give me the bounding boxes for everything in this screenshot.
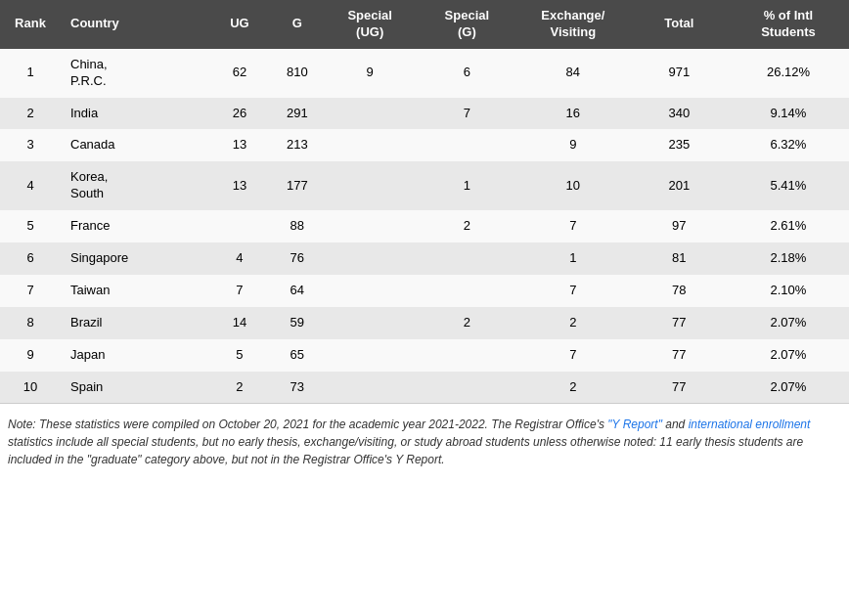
cell-g: 291: [273, 98, 322, 130]
cell-exchange: 1: [515, 242, 631, 275]
intl-enrollment-link[interactable]: international enrollment: [689, 418, 811, 431]
cell-rank: 6: [0, 242, 61, 275]
cell-pct: 26.12%: [728, 49, 849, 98]
cell-special_ug: 9: [322, 49, 419, 98]
table-row: 8Brazil145922772.07%: [0, 307, 849, 339]
cell-country: Singapore: [61, 242, 206, 275]
cell-g: 88: [273, 210, 322, 242]
cell-ug: 62: [206, 49, 273, 98]
cell-pct: 9.14%: [728, 98, 849, 130]
cell-pct: 2.10%: [728, 275, 849, 307]
cell-rank: 9: [0, 339, 61, 372]
table-row: 3Canada1321392356.32%: [0, 129, 849, 161]
cell-g: 177: [273, 161, 322, 210]
table-row: 4Korea,South131771102015.41%: [0, 161, 849, 210]
cell-pct: 2.18%: [728, 242, 849, 275]
cell-country: China,P.R.C.: [61, 49, 206, 98]
table-row: 6Singapore4761812.18%: [0, 242, 849, 275]
cell-ug: 13: [206, 129, 273, 161]
cell-special_ug: [322, 339, 419, 372]
cell-total: 971: [631, 49, 728, 98]
cell-special_g: [419, 275, 515, 307]
cell-pct: 5.41%: [728, 161, 849, 210]
cell-pct: 2.07%: [728, 339, 849, 372]
cell-total: 201: [631, 161, 728, 210]
table-header: Rank Country UG G Special(UG) Special(G)…: [0, 0, 849, 49]
cell-pct: 6.32%: [728, 129, 849, 161]
cell-rank: 7: [0, 275, 61, 307]
cell-ug: 2: [206, 372, 273, 404]
header-g: G: [273, 0, 322, 49]
cell-g: 59: [273, 307, 322, 339]
cell-g: 73: [273, 372, 322, 404]
cell-country: India: [61, 98, 206, 130]
note-text-between: and: [662, 418, 689, 431]
table-row: 7Taiwan7647782.10%: [0, 275, 849, 307]
cell-special_g: [419, 339, 515, 372]
cell-rank: 5: [0, 210, 61, 242]
cell-ug: 5: [206, 339, 273, 372]
header-special-g: Special(G): [419, 0, 515, 49]
cell-ug: 13: [206, 161, 273, 210]
cell-pct: 2.07%: [728, 307, 849, 339]
cell-total: 81: [631, 242, 728, 275]
table-row: 5France8827972.61%: [0, 210, 849, 242]
table-row: 10Spain2732772.07%: [0, 372, 849, 404]
cell-exchange: 7: [515, 339, 631, 372]
cell-total: 77: [631, 307, 728, 339]
cell-exchange: 7: [515, 275, 631, 307]
header-total: Total: [631, 0, 728, 49]
cell-g: 65: [273, 339, 322, 372]
cell-ug: 14: [206, 307, 273, 339]
note-section: Note: These statistics were compiled on …: [0, 403, 849, 480]
cell-special_g: [419, 372, 515, 404]
table-row: 9Japan5657772.07%: [0, 339, 849, 372]
cell-special_ug: [322, 307, 419, 339]
cell-special_g: [419, 242, 515, 275]
cell-country: Japan: [61, 339, 206, 372]
cell-country: Taiwan: [61, 275, 206, 307]
cell-total: 235: [631, 129, 728, 161]
cell-ug: 7: [206, 275, 273, 307]
cell-ug: 26: [206, 98, 273, 130]
cell-exchange: 7: [515, 210, 631, 242]
table-row: 2India262917163409.14%: [0, 98, 849, 130]
cell-ug: 4: [206, 242, 273, 275]
cell-special_ug: [322, 210, 419, 242]
cell-rank: 8: [0, 307, 61, 339]
cell-special_ug: [322, 372, 419, 404]
cell-total: 78: [631, 275, 728, 307]
cell-special_ug: [322, 129, 419, 161]
table-body: 1China,P.R.C.62810968497126.12%2India262…: [0, 49, 849, 404]
cell-rank: 10: [0, 372, 61, 404]
cell-g: 64: [273, 275, 322, 307]
cell-exchange: 84: [515, 49, 631, 98]
cell-special_g: 6: [419, 49, 515, 98]
cell-special_g: 1: [419, 161, 515, 210]
cell-pct: 2.07%: [728, 372, 849, 404]
note-text-before-link1: Note: These statistics were compiled on …: [8, 418, 607, 431]
cell-special_g: 2: [419, 307, 515, 339]
cell-rank: 4: [0, 161, 61, 210]
cell-exchange: 16: [515, 98, 631, 130]
cell-rank: 3: [0, 129, 61, 161]
header-pct: % of IntlStudents: [728, 0, 849, 49]
header-ug: UG: [206, 0, 273, 49]
header-rank: Rank: [0, 0, 61, 49]
cell-special_g: 7: [419, 98, 515, 130]
cell-special_g: 2: [419, 210, 515, 242]
cell-special_ug: [322, 161, 419, 210]
cell-total: 97: [631, 210, 728, 242]
cell-rank: 2: [0, 98, 61, 130]
table-row: 1China,P.R.C.62810968497126.12%: [0, 49, 849, 98]
cell-total: 340: [631, 98, 728, 130]
cell-g: 76: [273, 242, 322, 275]
y-report-link[interactable]: "Y Report": [607, 418, 662, 431]
cell-total: 77: [631, 372, 728, 404]
cell-g: 810: [273, 49, 322, 98]
cell-rank: 1: [0, 49, 61, 98]
header-special-ug: Special(UG): [322, 0, 419, 49]
cell-exchange: 2: [515, 307, 631, 339]
cell-country: Brazil: [61, 307, 206, 339]
cell-special_ug: [322, 98, 419, 130]
